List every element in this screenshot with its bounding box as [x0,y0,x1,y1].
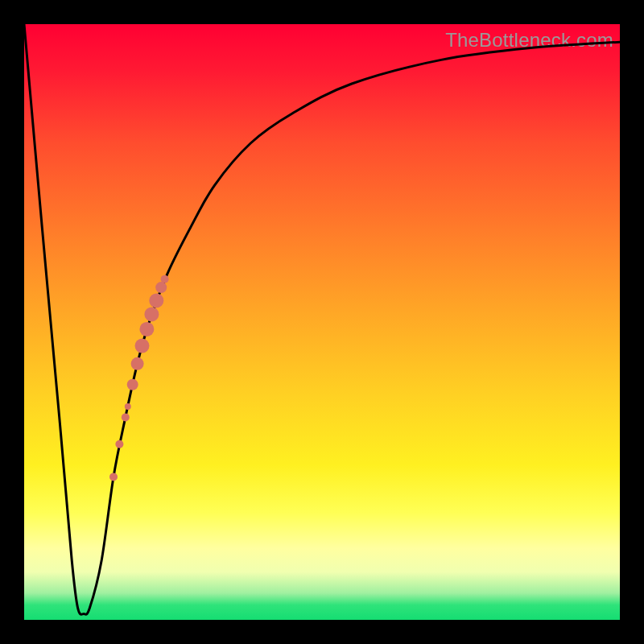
highlight-dot [127,379,138,390]
plot-area: TheBottleneck.com [24,24,620,620]
highlight-dot [144,307,159,321]
chart-svg [24,24,620,620]
highlight-dot [155,282,167,293]
highlight-dot [122,413,130,421]
highlight-dot [109,473,118,481]
highlight-dot [125,403,131,410]
chart-frame: TheBottleneck.com [0,0,644,644]
highlight-dot [115,440,123,448]
highlight-dot [135,339,150,353]
bottleneck-curve [24,24,620,614]
highlight-dot [161,275,169,283]
highlight-dot [149,293,163,308]
highlight-dot [139,322,154,336]
highlight-dot [131,357,144,370]
